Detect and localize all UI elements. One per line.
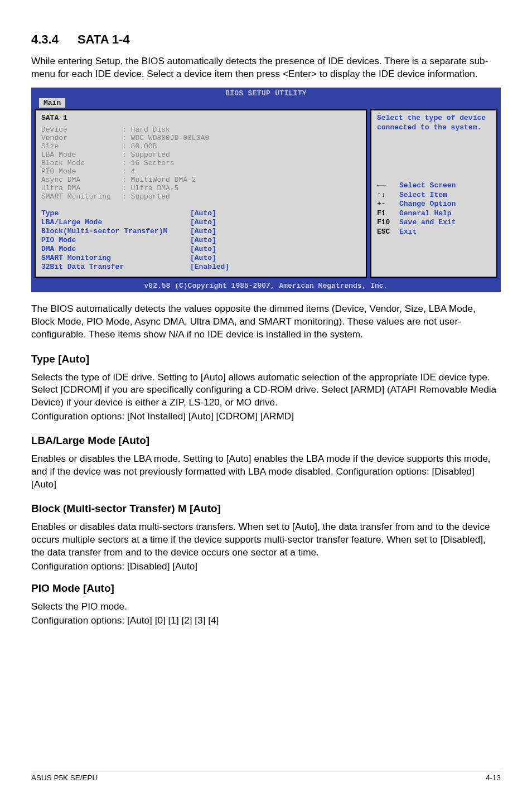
footer-product: ASUS P5K SE/EPU xyxy=(31,774,98,782)
bios-title: BIOS SETUP UTILITY xyxy=(31,88,501,98)
bios-dimmed-row: Device: Hard Disk xyxy=(41,125,360,134)
bios-config-row[interactable]: SMART Monitoring[Auto] xyxy=(41,254,360,262)
block-heading: Block (Multi-sector Transfer) M [Auto] xyxy=(31,503,501,515)
bios-dimmed-row: SMART Monitoring: Supported xyxy=(41,192,360,201)
bios-panel-header: SATA 1 xyxy=(41,114,360,122)
block-options: Configuration options: [Disabled] [Auto] xyxy=(31,560,501,573)
bios-config-row[interactable]: PIO Mode[Auto] xyxy=(41,236,360,244)
pio-body: Selects the PIO mode. xyxy=(31,600,501,613)
lba-heading: LBA/Large Mode [Auto] xyxy=(31,434,501,447)
post-bios-paragraph: The BIOS automatically detects the value… xyxy=(31,302,501,340)
page-footer: ASUS P5K SE/EPU 4-13 xyxy=(31,771,501,782)
intro-paragraph: While entering Setup, the BIOS automatic… xyxy=(31,55,501,80)
bios-tabbar: Main xyxy=(31,98,501,109)
type-options: Configuration options: [Not Installed] [… xyxy=(31,410,501,423)
bios-left-panel: SATA 1 Device: Hard Disk Vendor: WDC WD8… xyxy=(35,109,367,278)
bios-dimmed-row: PIO Mode: 4 xyxy=(41,167,360,176)
bios-dimmed-row: Size: 80.0GB xyxy=(41,142,360,151)
bios-config-row[interactable]: DMA Mode[Auto] xyxy=(41,245,360,253)
section-title: SATA 1-4 xyxy=(78,32,130,46)
bios-help-text: Select the type of device connected to t… xyxy=(377,114,491,132)
type-heading: Type [Auto] xyxy=(31,353,501,365)
bios-right-panel: Select the type of device connected to t… xyxy=(370,109,497,278)
lba-body: Enables or disables the LBA mode. Settin… xyxy=(31,452,501,490)
bios-config-row[interactable]: Type[Auto] xyxy=(41,209,360,218)
bios-screenshot: BIOS SETUP UTILITY Main SATA 1 Device: H… xyxy=(31,88,501,292)
bios-legend: ←→Select Screen ↑↓Select Item +-Change O… xyxy=(377,181,491,237)
bios-tab-main[interactable]: Main xyxy=(39,98,65,108)
bios-config-row[interactable]: 32Bit Data Transfer[Enabled] xyxy=(41,263,360,271)
pio-options: Configuration options: [Auto] [0] [1] [2… xyxy=(31,614,501,627)
pio-heading: PIO Mode [Auto] xyxy=(31,582,501,595)
arrow-ud-icon: ↑↓ xyxy=(377,191,399,200)
bios-dimmed-row: Block Mode: 16 Sectors xyxy=(41,159,360,167)
type-body: Selects the type of IDE drive. Setting t… xyxy=(31,371,501,409)
bios-config-row[interactable]: LBA/Large Mode[Auto] xyxy=(41,218,360,226)
bios-dimmed-row: Ultra DMA: Ultra DMA-5 xyxy=(41,184,360,192)
block-body: Enables or disables data multi-sectors t… xyxy=(31,520,501,558)
section-heading: 4.3.4SATA 1-4 xyxy=(31,32,501,47)
bios-footer: v02.58 (C)Copyright 1985-2007, American … xyxy=(31,281,501,292)
bios-config-row[interactable]: Block(Multi-sector Transfer)M[Auto] xyxy=(41,227,360,235)
arrow-lr-icon: ←→ xyxy=(377,181,399,191)
bios-dimmed-row: Async DMA: MultiWord DMA-2 xyxy=(41,176,360,184)
section-number: 4.3.4 xyxy=(31,32,59,46)
bios-dimmed-row: LBA Mode: Supported xyxy=(41,151,360,159)
bios-dimmed-row: Vendor: WDC WD800JD-00LSA0 xyxy=(41,134,360,142)
footer-page-number: 4-13 xyxy=(486,774,501,782)
